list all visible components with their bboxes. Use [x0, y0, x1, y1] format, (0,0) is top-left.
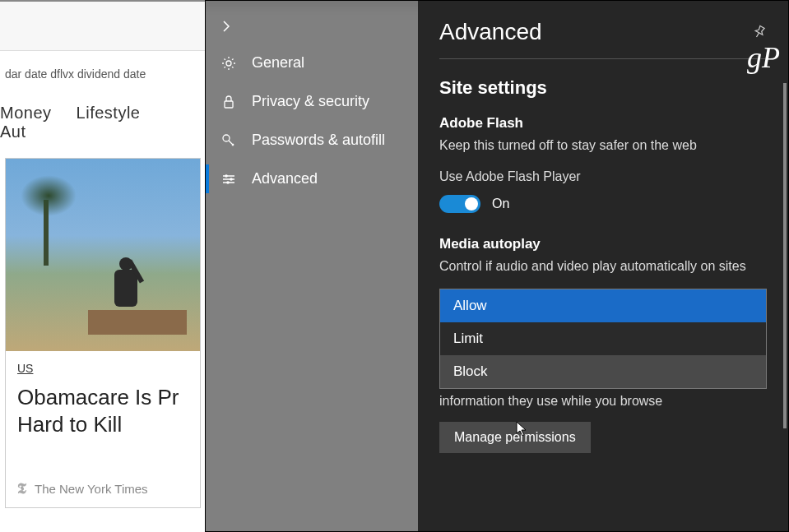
- partially-hidden-text: information they use while you browse: [439, 394, 767, 409]
- svg-rect-1: [225, 101, 233, 108]
- nav-money[interactable]: Money: [0, 104, 52, 122]
- chevron-right-icon: [220, 21, 232, 32]
- autoplay-heading: Media autoplay: [439, 236, 767, 252]
- news-category[interactable]: US: [17, 362, 33, 375]
- news-card[interactable]: US Obamacare Is PrHard to Kill 𝕿 The New…: [5, 158, 201, 508]
- autoplay-dropdown[interactable]: Allow Limit Block: [439, 289, 767, 389]
- flash-toggle[interactable]: [439, 195, 480, 213]
- suggestion-tags: dar date dflvx dividend date: [0, 51, 206, 89]
- dropdown-list: Allow Limit Block: [439, 289, 767, 389]
- svg-point-0: [226, 61, 231, 66]
- nav-autos[interactable]: Aut: [0, 123, 26, 141]
- menu-item-advanced[interactable]: Advanced: [206, 160, 418, 198]
- nyt-icon: 𝕿: [17, 480, 26, 497]
- menu-label: Privacy & security: [252, 93, 369, 110]
- key-icon: [220, 132, 237, 149]
- background-webpage: dar date dflvx dividend date Money Lifes…: [0, 0, 206, 532]
- dropdown-option-limit[interactable]: Limit: [440, 322, 766, 355]
- settings-menu: General Privacy & security Passwords & a…: [206, 1, 418, 531]
- menu-label: Advanced: [252, 170, 318, 187]
- flash-description: Keep this turned off to stay safer on th…: [439, 136, 767, 155]
- gear-icon: [220, 55, 237, 72]
- flash-toggle-label: Use Adobe Flash Player: [439, 168, 767, 186]
- nav-lifestyle[interactable]: Lifestyle: [77, 104, 141, 122]
- settings-panel: Advanced gP Site settings Adobe Flash Ke…: [418, 1, 788, 531]
- news-card-image: [6, 159, 200, 351]
- site-nav: Money Lifestyle Aut: [0, 89, 206, 155]
- flash-heading: Adobe Flash: [439, 115, 767, 132]
- dropdown-option-block[interactable]: Block: [440, 355, 766, 388]
- flash-toggle-state: On: [492, 197, 509, 211]
- svg-point-3: [225, 174, 228, 178]
- menu-label: Passwords & autofill: [252, 132, 385, 149]
- watermark-logo: gP: [747, 40, 780, 75]
- menu-item-general[interactable]: General: [206, 44, 418, 82]
- manage-permissions-button[interactable]: Manage permissions: [439, 422, 591, 453]
- svg-point-4: [230, 178, 233, 181]
- svg-point-2: [223, 135, 230, 141]
- menu-label: General: [252, 54, 304, 72]
- svg-point-5: [226, 181, 230, 184]
- section-site-settings: Site settings: [439, 77, 767, 99]
- scrollbar-thumb[interactable]: [783, 83, 787, 428]
- pin-icon[interactable]: [752, 25, 767, 39]
- settings-overlay: General Privacy & security Passwords & a…: [205, 0, 789, 532]
- address-bar-area: [0, 2, 206, 51]
- sliders-icon: [220, 171, 237, 187]
- menu-item-passwords[interactable]: Passwords & autofill: [206, 121, 418, 160]
- dropdown-option-allow[interactable]: Allow: [440, 289, 766, 322]
- news-source: 𝕿 The New York Times: [17, 480, 188, 497]
- lock-icon: [220, 94, 237, 110]
- back-button[interactable]: [206, 16, 418, 44]
- menu-item-privacy[interactable]: Privacy & security: [206, 82, 418, 121]
- news-headline[interactable]: Obamacare Is PrHard to Kill: [17, 384, 188, 437]
- settings-title: Advanced: [439, 19, 542, 45]
- mouse-cursor: [516, 421, 529, 437]
- autoplay-description: Control if audio and video play automati…: [439, 257, 767, 275]
